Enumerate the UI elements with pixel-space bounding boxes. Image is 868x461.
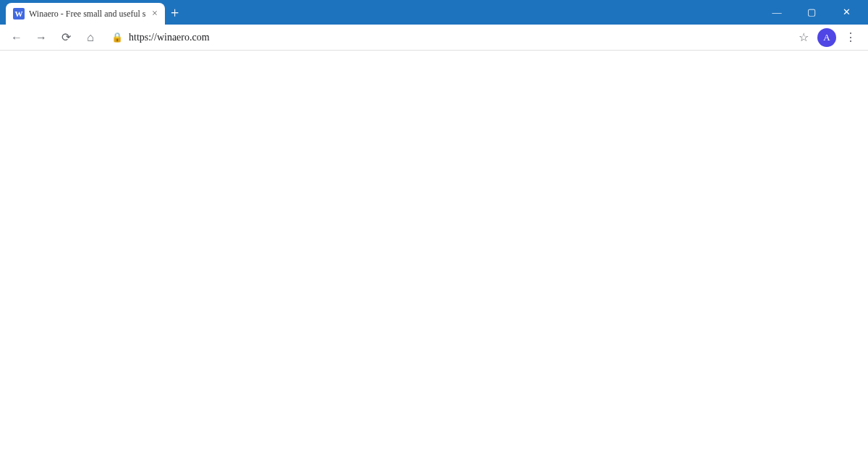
new-tab-button[interactable]: +: [165, 5, 184, 25]
favicon-icon: W: [13, 8, 25, 20]
close-window-icon[interactable]: ✕: [830, 1, 862, 23]
home-button[interactable]: ⌂: [80, 27, 101, 48]
tab-title: Winaero - Free small and useful s: [29, 9, 145, 20]
maximize-icon[interactable]: ▢: [796, 1, 827, 23]
browser-titlebar: W Winaero - Free small and useful s × + …: [0, 0, 868, 25]
forward-button[interactable]: →: [30, 27, 52, 48]
bookmark-star-icon[interactable]: ☆: [793, 30, 814, 44]
close-tab-icon[interactable]: ×: [152, 8, 158, 20]
browser-tab[interactable]: W Winaero - Free small and useful s ×: [6, 3, 165, 25]
url-text: https://winaero.com: [129, 32, 210, 43]
address-bar[interactable]: 🔒 https://winaero.com: [104, 32, 790, 43]
lock-icon: 🔒: [111, 32, 123, 43]
browser-menu-icon[interactable]: ⋮: [839, 30, 862, 44]
minimize-icon[interactable]: —: [761, 1, 793, 23]
browser-toolbar: ← → ⟳ ⌂ 🔒 https://winaero.com ☆ A ⋮: [0, 25, 868, 51]
profile-avatar[interactable]: A: [817, 28, 836, 47]
reload-button[interactable]: ⟳: [55, 27, 77, 48]
back-button[interactable]: ←: [6, 27, 27, 48]
